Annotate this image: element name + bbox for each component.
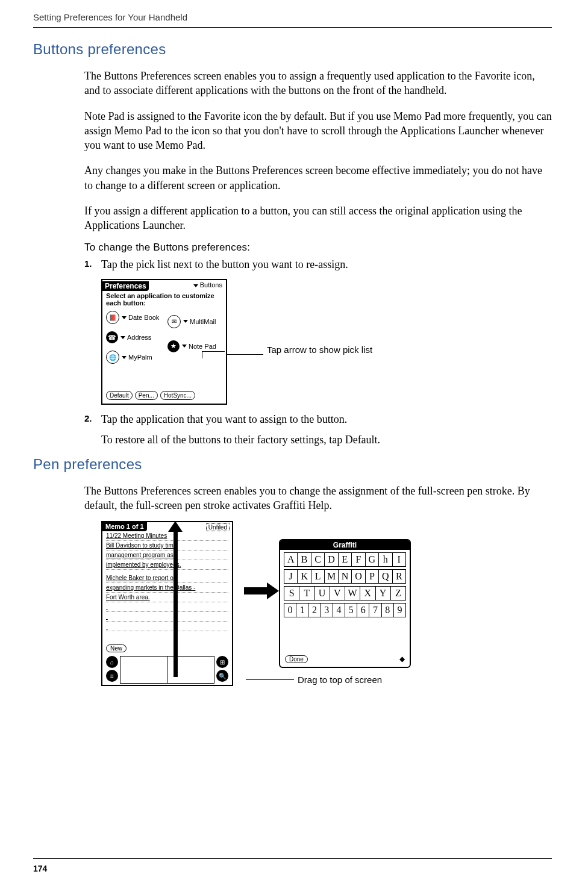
- graffiti-cell: G: [366, 553, 379, 566]
- callout-line: [202, 351, 202, 358]
- header-rule: [33, 27, 552, 28]
- paragraph: The Buttons Preferences screen enables y…: [84, 484, 552, 513]
- mypalm-icon: 🌐: [106, 351, 119, 364]
- procedure-heading: To change the Buttons preferences:: [84, 242, 552, 254]
- step-text: Tap the application that you want to ass…: [101, 412, 552, 426]
- graffiti-cell: 2: [308, 604, 321, 617]
- category-picklist[interactable]: Buttons: [193, 281, 222, 289]
- pen-button[interactable]: Pen...: [135, 391, 158, 400]
- graffiti-cell: I: [393, 553, 405, 566]
- callout-line: [202, 351, 225, 352]
- new-button[interactable]: New: [106, 644, 127, 652]
- drag-up-arrow-icon: [174, 529, 178, 677]
- category-label: Buttons: [200, 281, 222, 289]
- graffiti-cell: D: [325, 553, 338, 566]
- step-text: Tap the pick list next to the button you…: [101, 257, 552, 272]
- silkscreen-area: ⌂ ≡ ⊞ 🔍: [106, 656, 228, 684]
- graffiti-row: J K L M N O P Q R: [284, 569, 406, 584]
- memo-line: 11/22 Meeting Minutes: [106, 531, 228, 541]
- graffiti-cell: A: [284, 553, 298, 566]
- default-button[interactable]: Default: [106, 391, 133, 400]
- graffiti-cell: W: [345, 587, 360, 600]
- graffiti-cell: 5: [345, 604, 357, 617]
- memo-line: management program as: [106, 551, 228, 560]
- graffiti-cell: S: [284, 587, 299, 600]
- graffiti-cell: J: [284, 570, 298, 583]
- button-assignment-row[interactable]: ★ Note Pad: [167, 338, 216, 355]
- graffiti-cell: 7: [369, 604, 381, 617]
- chevron-down-icon: [182, 345, 187, 348]
- callout-text: Tap arrow to show pick list: [267, 345, 372, 355]
- memo-line: implemented by employees.: [106, 560, 228, 570]
- graffiti-cell: 3: [321, 604, 333, 617]
- step-number: 2.: [84, 412, 101, 426]
- graffiti-cell: Y: [376, 587, 391, 600]
- graffiti-cell: 8: [382, 604, 394, 617]
- graffiti-letter-area[interactable]: [120, 656, 167, 684]
- palm-preferences-window: Preferences Buttons Select an applicatio…: [101, 279, 227, 405]
- paragraph: The Buttons Preferences screen enables y…: [84, 69, 552, 98]
- datebook-icon: 📕: [106, 311, 119, 324]
- graffiti-cell: 1: [296, 604, 308, 617]
- page-number: 174: [33, 864, 47, 873]
- graffiti-cell: Z: [391, 587, 405, 600]
- graffiti-row: A B C D E F G h I: [284, 552, 406, 567]
- done-button[interactable]: Done: [285, 655, 308, 663]
- chevron-down-icon: [122, 316, 127, 319]
- memo-category[interactable]: Unfiled: [206, 523, 230, 531]
- window-title: Preferences: [102, 281, 149, 291]
- graffiti-title: Graffiti: [280, 540, 410, 550]
- memo-line: Michele Baker to report on: [106, 573, 228, 583]
- graffiti-cell: 0: [284, 604, 296, 617]
- scroll-arrows-icon[interactable]: ◆: [399, 655, 405, 663]
- graffiti-cell: T: [299, 587, 314, 600]
- memo-line: [106, 602, 228, 612]
- graffiti-cell: U: [315, 587, 330, 600]
- memo-line: [106, 622, 228, 631]
- picklist-label: Date Book: [128, 314, 159, 321]
- footer-rule: [33, 858, 552, 859]
- button-assignment-row[interactable]: ✉ MultiMail: [167, 313, 216, 331]
- graffiti-row: S T U V W X Y Z: [284, 586, 406, 601]
- chevron-down-icon: [120, 336, 125, 339]
- instruction-text: Select an application to customize each …: [102, 291, 226, 310]
- graffiti-cell: 4: [333, 604, 345, 617]
- paragraph: Note Pad is assigned to the Favorite ico…: [84, 109, 552, 153]
- graffiti-cell: F: [352, 553, 365, 566]
- graffiti-cell: E: [339, 553, 352, 566]
- chevron-down-icon: [122, 356, 127, 359]
- section-pen-title: Pen preferences: [33, 456, 552, 473]
- figure-preferences-screen: Preferences Buttons Select an applicatio…: [101, 279, 552, 405]
- section-buttons-title: Buttons preferences: [33, 41, 552, 58]
- calc-icon[interactable]: ⊞: [216, 656, 228, 668]
- page-header: Setting Preferences for Your Handheld: [33, 12, 552, 22]
- paragraph: If you assign a different application to…: [84, 204, 552, 233]
- home-icon[interactable]: ⌂: [106, 656, 118, 668]
- hotsync-button[interactable]: HotSync...: [160, 391, 195, 400]
- memo-line: Bill Davidson to study time: [106, 541, 228, 551]
- graffiti-cell: V: [330, 587, 345, 600]
- graffiti-cell: L: [311, 570, 325, 583]
- graffiti-cell: O: [352, 570, 365, 583]
- step-2: 2. Tap the application that you want to …: [84, 412, 552, 426]
- graffiti-cell: N: [339, 570, 352, 583]
- picklist-label: MyPalm: [128, 354, 152, 361]
- find-icon[interactable]: 🔍: [216, 670, 228, 682]
- notepad-icon: ★: [167, 340, 180, 352]
- address-icon: ☎: [106, 331, 118, 343]
- picklist-label: MultiMail: [190, 318, 216, 325]
- chevron-down-icon: [183, 320, 188, 323]
- graffiti-cell: X: [360, 587, 375, 600]
- graffiti-cell: P: [366, 570, 379, 583]
- graffiti-cell: K: [298, 570, 311, 583]
- callout-text: Drag to top of screen: [298, 675, 382, 685]
- picklist-label: Note Pad: [189, 343, 216, 350]
- right-arrow-icon: [244, 587, 268, 594]
- memo-line: expanding markets in the Dallas -: [106, 583, 228, 593]
- menu-icon[interactable]: ≡: [106, 670, 118, 682]
- step-1: 1. Tap the pick list next to the button …: [84, 257, 552, 272]
- graffiti-cell: M: [325, 570, 338, 583]
- memo-line: Fort Worth area.: [106, 593, 228, 602]
- graffiti-row: 0 1 2 3 4 5 6 7 8 9: [284, 603, 406, 617]
- multimail-icon: ✉: [167, 315, 181, 328]
